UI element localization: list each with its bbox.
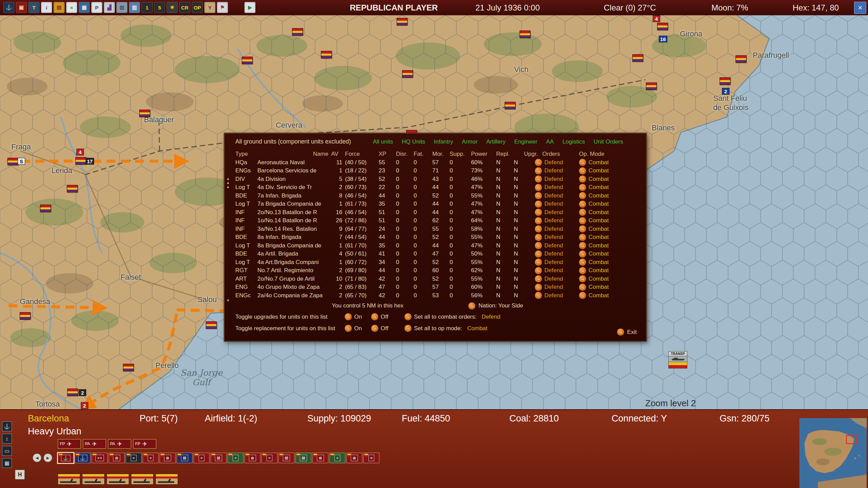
dialog-tab[interactable]: AA: [546, 138, 554, 145]
save-tool-icon[interactable]: ▥: [129, 2, 140, 13]
order-arrow-icon[interactable]: [535, 275, 542, 282]
8a Infan. Brigada[interactable]: BDE 8a Infan. Brigada 7 (44 / 54) 44 0 0…: [235, 233, 639, 242]
nation-arrow-icon[interactable]: [468, 302, 475, 309]
opmode-arrow-icon[interactable]: [579, 192, 586, 199]
opmode-arrow-icon[interactable]: [579, 250, 586, 258]
opmode-arrow-icon[interactable]: [579, 284, 586, 291]
Aeronautica Naval[interactable]: HQa Aeronautica Naval 11 (40 / 50) 55 0 …: [235, 158, 639, 167]
unit-counter[interactable]: ⚓: [58, 453, 74, 463]
opmode-arrow-icon[interactable]: [579, 159, 586, 166]
unit-counter[interactable]: ⊠: [295, 453, 311, 463]
unit-counter[interactable]: ×: [194, 453, 210, 463]
2a/4o Compania de Zapa[interactable]: ENGc 2a/4o Compania de Zapa 2 (65 / 70) …: [235, 292, 639, 300]
order-arrow-icon[interactable]: [535, 234, 542, 241]
gun-unit-icon[interactable]: [82, 474, 105, 485]
flag-tool-icon[interactable]: ▤: [54, 2, 65, 13]
unit-counter-flag[interactable]: [242, 57, 253, 64]
2o/No.13 Batallon de R[interactable]: INF 2o/No.13 Batallon de R 16 (46 / 54) …: [235, 208, 639, 217]
1o/No.14 Batallon de R[interactable]: INF 1o/No.14 Batallon de R 26 (72 / 86) …: [235, 217, 639, 225]
unit-counter[interactable]: ⊗: [346, 453, 362, 463]
4o Grupo Mixto de Zapa[interactable]: ENG 4o Grupo Mixto de Zapa 2 (65 / 83) 4…: [235, 283, 639, 292]
unit-counter-flag[interactable]: [720, 77, 730, 85]
unit-counter-flag[interactable]: [292, 28, 303, 36]
check-tool-icon[interactable]: ×: [66, 2, 77, 13]
opmode-arrow-icon[interactable]: [579, 275, 586, 282]
4a Div. Servicio de Tr[interactable]: Log T 4a Div. Servicio de Tr 2 (60 / 73)…: [235, 183, 639, 192]
order-arrow-icon[interactable]: [535, 184, 542, 191]
order-arrow-icon[interactable]: [535, 250, 542, 258]
scroll-down-control[interactable]: ▼: [226, 298, 230, 302]
gun-unit-icon[interactable]: [156, 474, 178, 485]
rail-mode-icon[interactable]: ▭: [2, 446, 12, 456]
order-arrow-icon[interactable]: [535, 159, 542, 166]
opmode-arrow-icon[interactable]: [579, 242, 586, 249]
4a Artil. Brigada[interactable]: BDE 4a Artil. Brigada 4 (50 / 61) 41 0 0…: [235, 250, 639, 258]
opmode-arrow-icon[interactable]: [579, 201, 586, 208]
unit-counter-flag[interactable]: [321, 51, 332, 58]
unit-counter[interactable]: ⊠: [177, 453, 193, 463]
unit-counter-flag[interactable]: [206, 321, 217, 329]
unit-counter[interactable]: ×: [261, 453, 277, 463]
opmode-arrow-icon[interactable]: [579, 267, 586, 274]
4a Art.Brigada Compani[interactable]: Log T 4a Art.Brigada Compani 1 (60 / 72)…: [235, 258, 639, 267]
Barcelona Servicios de[interactable]: ENGs Barcelona Servicios de 1 (18 / 22) …: [235, 167, 639, 175]
prev-unit-button[interactable]: ◀: [33, 453, 41, 462]
unit-counter[interactable]: ≡: [363, 453, 379, 463]
unit-counter[interactable]: ⊗: [109, 453, 125, 463]
grid-tool-icon[interactable]: ▦: [79, 2, 90, 13]
air-unit-counter[interactable]: PA ✈: [83, 439, 106, 449]
unit-counter-flag[interactable]: [123, 364, 134, 371]
order-arrow-icon[interactable]: [535, 201, 542, 208]
next-unit-button[interactable]: ▶: [43, 453, 52, 462]
train-tool-icon[interactable]: T: [29, 2, 39, 13]
toggle-off-button[interactable]: Off: [371, 325, 404, 332]
transport-unit[interactable]: TRANSP: [668, 351, 687, 369]
dialog-tab[interactable]: Unit Orders: [594, 138, 623, 145]
counter-5-icon[interactable]: 5: [154, 2, 165, 13]
terrain-tool-icon[interactable]: ▨: [116, 2, 127, 13]
flag2-tool-icon[interactable]: ⚑: [217, 2, 228, 13]
order-arrow-icon[interactable]: [535, 175, 542, 183]
opmode-arrow-icon[interactable]: [579, 167, 586, 174]
toggle-on-button[interactable]: On: [345, 325, 371, 332]
end-turn-icon[interactable]: ▶: [245, 2, 255, 13]
unit-counter[interactable]: ×: [126, 453, 142, 463]
order-arrow-icon[interactable]: [535, 292, 542, 299]
unit-counter[interactable]: ⚓: [75, 453, 91, 463]
air-unit-counter[interactable]: FP ✈: [58, 439, 81, 449]
minimap[interactable]: [798, 418, 868, 488]
dialog-tab[interactable]: Logistics: [562, 138, 585, 145]
scroll-up-control[interactable]: ▲▲▲: [226, 177, 230, 189]
dialog-tab[interactable]: Engineer: [514, 138, 537, 145]
3a/No.14 Res. Batallon[interactable]: INF 3a/No.14 Res. Batallon 9 (64 / 77) 2…: [235, 225, 639, 233]
anchor-tool-icon[interactable]: ⚓: [3, 2, 14, 13]
unit-counter[interactable]: ⊗: [160, 453, 176, 463]
unit-counter-flag[interactable]: [736, 55, 746, 63]
unit-counter-flag[interactable]: [646, 82, 657, 90]
opmode-arrow-icon[interactable]: [579, 225, 586, 232]
dialog-tab[interactable]: Artillery: [486, 138, 506, 145]
close-button[interactable]: ×: [854, 2, 866, 14]
rail-net-tool-icon[interactable]: Y: [204, 2, 215, 13]
dialog-tab[interactable]: HQ Units: [402, 138, 425, 145]
naval-mode-icon[interactable]: ⚓: [2, 421, 12, 431]
gun-unit-icon[interactable]: [131, 474, 153, 485]
grid-mode-icon[interactable]: ▦: [2, 458, 12, 468]
toggle-on-button[interactable]: On: [345, 313, 371, 320]
unit-counter-flag[interactable]: [139, 110, 150, 117]
opmode-arrow-icon[interactable]: [579, 209, 586, 216]
unit-counter-flag[interactable]: [67, 185, 78, 192]
unit-counter-flag[interactable]: [75, 157, 86, 165]
chart-tool-icon[interactable]: ▟: [104, 2, 115, 13]
stack-mode-icon[interactable]: ↕: [2, 434, 12, 444]
unit-counter[interactable]: ⊗: [312, 453, 328, 463]
unit-counter-flag[interactable]: [505, 102, 516, 109]
set-all-button[interactable]: Set all to op mode:Combat: [404, 325, 487, 332]
7a Infan. Brigada[interactable]: BDE 7a Infan. Brigada 8 (46 / 54) 44 0 0…: [235, 192, 639, 200]
unit-counter-flag[interactable]: [7, 158, 18, 165]
opmode-arrow-icon[interactable]: [579, 175, 586, 183]
production-tool-icon[interactable]: P: [91, 2, 102, 13]
op-tool-icon[interactable]: OP: [192, 2, 203, 13]
order-arrow-icon[interactable]: [535, 242, 542, 249]
unit-counter[interactable]: ×: [228, 453, 243, 463]
